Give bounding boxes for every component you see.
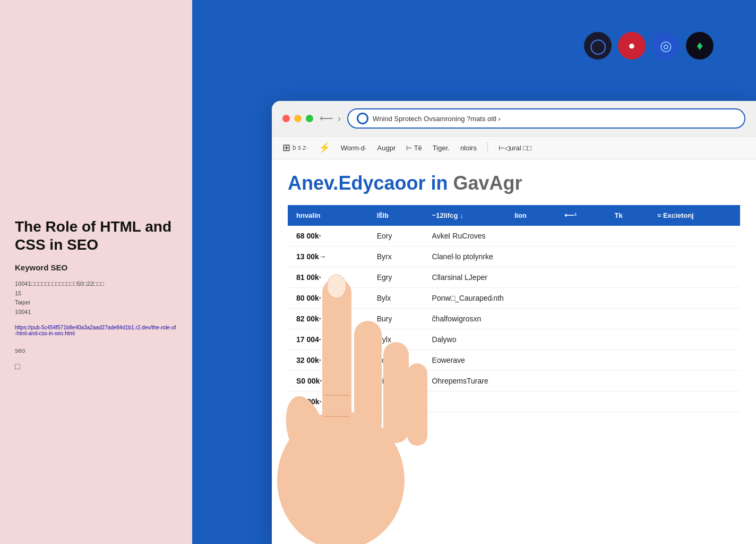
cell-type: Nillv: [368, 371, 424, 392]
col-header-1: hnvalin: [288, 205, 368, 226]
cell-type: Byrx: [368, 246, 424, 267]
cell-vol: 8F 00k·: [288, 392, 368, 412]
toolbar-item-tiger[interactable]: Tiger.: [433, 144, 450, 152]
browser-window: ⟵ › Wnind Sprotech Ovsamroning ?mats αit…: [272, 101, 756, 544]
main-area: ◯ ● ◎ ♦ ⟵ › Wnind Sprotech Ovsa: [192, 0, 756, 544]
cell-name: AvkeⅠ RuCroves: [424, 226, 740, 246]
toolbar-item-1[interactable]: ⊞ b s z·: [282, 142, 308, 154]
cell-vol: 81 00k·: [288, 267, 368, 288]
data-table: hnvalin ls̃lb ~12lifcg ↓ lion ⟵¹ Tk ≈ Ex…: [288, 205, 740, 412]
cell-type: [368, 392, 424, 412]
table-row: 8F 00k·: [288, 392, 740, 412]
top-icon-1: ◯: [584, 32, 612, 60]
table-row: 80 00k· Bylx Ponw□_Caurapedᵢnth: [288, 288, 740, 309]
col-header-5: ⟵¹: [556, 205, 606, 226]
sidebar: The Role of HTML and CSS in SEO Keyword …: [0, 0, 192, 544]
cell-type: Bylx: [368, 288, 424, 309]
browser-chrome: ⟵ › Wnind Sprotech Ovsamroning ?mats αit…: [272, 101, 756, 137]
cell-vol: S0 00k·: [288, 371, 368, 392]
table-row: 32 00k· Bory Eowerave: [288, 350, 740, 371]
cell-type: Rylx: [368, 329, 424, 350]
table-row: 81 00k· Egry Cllarsinal LJeper: [288, 267, 740, 288]
traffic-light-yellow[interactable]: [294, 115, 302, 122]
nav-controls: ⟵ ›: [320, 113, 341, 124]
title-part4: GavAgr: [453, 172, 522, 194]
cell-vol: 32 00k·: [288, 350, 368, 371]
traffic-light-green[interactable]: [306, 115, 313, 122]
table-row: 17 004· Rylx Dalywo: [288, 329, 740, 350]
cell-name: Eowerave: [424, 350, 740, 371]
cell-vol: 68 00k·: [288, 226, 368, 246]
top-icon-2: ●: [618, 32, 646, 60]
browser-icon: [357, 113, 368, 124]
cell-name: ĉhalfowigrosxn: [424, 309, 740, 329]
table-header-row: hnvalin ls̃lb ~12lifcg ↓ lion ⟵¹ Tk ≈ Ex…: [288, 205, 740, 226]
title-part1: Anev.: [288, 172, 338, 194]
address-bar-text: Wnind Sprotech Ovsamroning ?mats αitl ›: [373, 115, 736, 123]
cell-vol: 82 00k·: [288, 309, 368, 329]
cell-type: Bory: [368, 350, 424, 371]
sidebar-meta: 10041□□□□□□□□□□□□□50□22□□□ 15 Taipei 100…: [15, 279, 177, 317]
nav-back-button[interactable]: ⟵: [320, 113, 333, 124]
sidebar-subtitle: Keyword SEO: [15, 263, 177, 272]
title-part2: Edycaoor: [338, 172, 425, 194]
col-header-3: ~12lifcg ↓: [424, 205, 506, 226]
sidebar-icon: □: [15, 362, 177, 371]
top-icon-4: ♦: [686, 32, 714, 60]
toolbar-separator: [487, 142, 488, 153]
cell-name: OhrepemsTurare: [424, 371, 740, 392]
col-header-2: ls̃lb: [368, 205, 424, 226]
top-icon-3: ◎: [652, 32, 680, 60]
svg-point-0: [277, 411, 405, 544]
browser-content: Anev.Edycaoor in GavAgr hnvalin ls̃lb ~1…: [272, 159, 756, 425]
cell-name: Ponw□_Caurapedᵢnth: [424, 288, 740, 309]
sidebar-url[interactable]: https://pub-5c454f571b8e40a3a2aad27ade84…: [15, 325, 177, 336]
toolbar-item-te[interactable]: ⊢ Tē: [406, 144, 422, 152]
toolbar-item-2[interactable]: ⚡: [319, 142, 330, 154]
toolbar-item-worm[interactable]: Worm·d·: [341, 144, 367, 152]
table-row: 68 00k· Eory AvkeⅠ RuCroves: [288, 226, 740, 246]
cell-vol: 17 004·: [288, 329, 368, 350]
cell-type: Egry: [368, 267, 424, 288]
col-header-6: Tk: [606, 205, 649, 226]
cell-type: Eory: [368, 226, 424, 246]
cell-name: Clanel·lo ptolynrke: [424, 246, 740, 267]
cell-vol: 13 00k→: [288, 246, 368, 267]
toolbar-item-nloirs[interactable]: nloirs: [460, 144, 477, 152]
table-row: 13 00k→ Byrx Clanel·lo ptolynrke: [288, 246, 740, 267]
address-bar[interactable]: Wnind Sprotech Ovsamroning ?mats αitl ›: [347, 108, 745, 129]
title-part3: in: [431, 172, 448, 194]
sidebar-title: The Role of HTML and CSS in SEO: [15, 218, 177, 253]
traffic-lights: [282, 115, 313, 122]
table-row: 82 00k· Bury ĉhalfowigrosxn: [288, 309, 740, 329]
toolbar-item-ural[interactable]: ⊢◁ural □□: [499, 144, 531, 152]
content-title: Anev.Edycaoor in GavAgr: [288, 172, 740, 194]
cell-name: Dalywo: [424, 329, 740, 350]
table-row: S0 00k· Nillv OhrepemsTurare: [288, 371, 740, 392]
toolbar-item-augpr[interactable]: Augpr: [377, 144, 396, 152]
cell-name: [424, 392, 740, 412]
col-header-4: lion: [506, 205, 556, 226]
nav-forward-button[interactable]: ›: [338, 113, 341, 124]
traffic-light-red[interactable]: [282, 115, 290, 122]
col-header-7: ≈ Excietonj: [649, 205, 740, 226]
sidebar-tag: seo: [15, 347, 177, 354]
cell-type: Bury: [368, 309, 424, 329]
top-icons-group: ◯ ● ◎ ♦: [584, 32, 714, 60]
cell-name: Cllarsinal LJeper: [424, 267, 740, 288]
cell-vol: 80 00k·: [288, 288, 368, 309]
browser-toolbar: ⊞ b s z· ⚡ Worm·d· Augpr ⊢ Tē Tiger. nlo…: [272, 137, 756, 159]
